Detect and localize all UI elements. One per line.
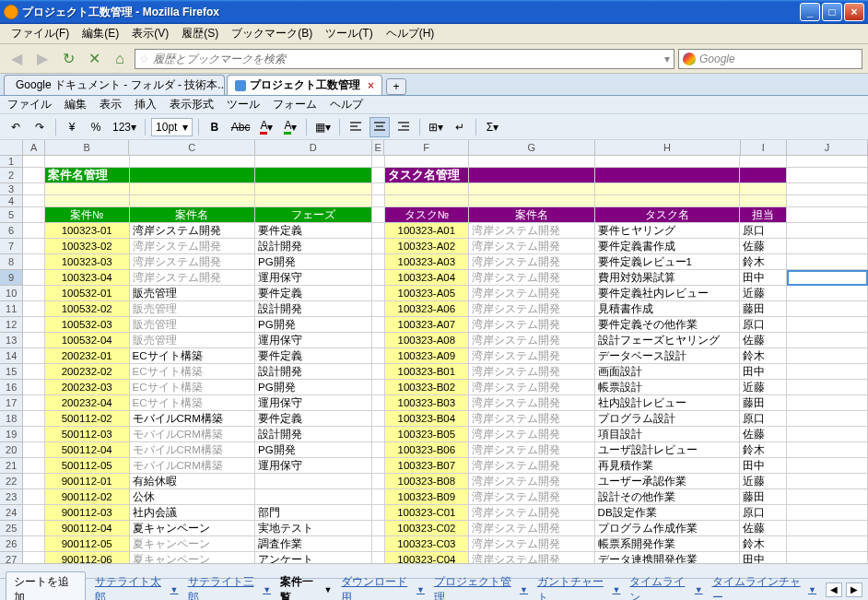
cell[interactable]: [372, 195, 385, 207]
cell[interactable]: [23, 183, 45, 195]
cell[interactable]: [23, 442, 45, 458]
cell[interactable]: 販売管理: [130, 317, 255, 333]
cell[interactable]: 100323-B05: [385, 427, 470, 442]
cell[interactable]: 夏キャンペーン: [130, 521, 255, 536]
cell[interactable]: 100323-C01: [385, 505, 470, 521]
row-header[interactable]: 10: [0, 286, 23, 301]
cell[interactable]: 要件定義: [255, 286, 372, 301]
row-header[interactable]: 2: [0, 168, 23, 183]
cell[interactable]: 要件定義書作成: [595, 239, 741, 254]
cell[interactable]: [372, 395, 385, 411]
cell[interactable]: [787, 348, 868, 364]
cell[interactable]: 鈴木: [740, 348, 787, 364]
cell[interactable]: [23, 239, 45, 254]
chevron-down-icon[interactable]: ▼: [263, 585, 271, 594]
cell[interactable]: 実地テスト: [255, 521, 372, 536]
cell[interactable]: [787, 489, 868, 505]
cell[interactable]: [23, 552, 45, 563]
cell[interactable]: 公休: [130, 489, 255, 505]
cell[interactable]: 900112-06: [45, 552, 130, 563]
cell[interactable]: [372, 270, 385, 286]
cell[interactable]: 販売管理: [130, 333, 255, 348]
row-header[interactable]: 11: [0, 301, 23, 317]
cell[interactable]: 100323-A01: [385, 223, 470, 239]
cell[interactable]: 田中: [740, 552, 787, 563]
cell[interactable]: [372, 317, 385, 333]
cell[interactable]: [787, 239, 868, 254]
cell[interactable]: 900112-03: [45, 505, 130, 521]
cell[interactable]: DB設定作業: [595, 505, 741, 521]
cell[interactable]: [787, 301, 868, 317]
cell[interactable]: [23, 458, 45, 474]
cell[interactable]: 湾岸システム開発: [130, 239, 255, 254]
cell[interactable]: 鈴木: [740, 254, 787, 270]
cell[interactable]: 100323-C02: [385, 521, 470, 536]
cell[interactable]: [787, 411, 868, 427]
gdocs-menu-item[interactable]: 挿入: [135, 97, 157, 112]
cell[interactable]: 100323-A08: [385, 333, 470, 348]
text-color-button[interactable]: A▾: [256, 117, 276, 137]
cell[interactable]: 運用保守: [255, 270, 372, 286]
chevron-down-icon[interactable]: ▼: [808, 585, 816, 594]
cell[interactable]: [255, 474, 372, 489]
dropdown-icon[interactable]: ▾: [664, 53, 670, 65]
cell[interactable]: 湾岸システム開発: [469, 536, 594, 552]
nav-home-button[interactable]: ⌂: [109, 48, 131, 70]
cell[interactable]: 原口: [740, 505, 787, 521]
cell[interactable]: 設計フェーズヒヤリング: [595, 333, 741, 348]
window-minimize-button[interactable]: _: [800, 3, 820, 21]
row-header[interactable]: 13: [0, 333, 23, 348]
cell[interactable]: 湾岸システム開発: [469, 317, 594, 333]
cell[interactable]: [787, 207, 868, 223]
cell[interactable]: [372, 183, 385, 195]
cell[interactable]: 藤田: [740, 489, 787, 505]
row-header[interactable]: 12: [0, 317, 23, 333]
browser-menu-item[interactable]: 表示(V): [126, 24, 174, 43]
cell[interactable]: [787, 364, 868, 380]
cell[interactable]: タスク№: [385, 207, 470, 223]
cell[interactable]: 100323-B03: [385, 395, 470, 411]
cell[interactable]: 湾岸システム開発: [469, 505, 594, 521]
browser-menu-item[interactable]: ヘルプ(H): [381, 24, 440, 43]
cell[interactable]: [45, 156, 130, 168]
cell[interactable]: [740, 168, 787, 183]
cell[interactable]: [23, 168, 45, 183]
gdocs-menu-item[interactable]: フォーム: [273, 97, 317, 112]
cell[interactable]: [255, 195, 372, 207]
cell[interactable]: 要件定義社内レビュー: [595, 286, 741, 301]
cell[interactable]: 湾岸システム開発: [469, 286, 594, 301]
cell[interactable]: [23, 380, 45, 395]
cell[interactable]: [595, 168, 741, 183]
borders-button[interactable]: ▦▾: [312, 117, 334, 137]
cell[interactable]: 200232-01: [45, 348, 130, 364]
cell[interactable]: 佐藤: [740, 333, 787, 348]
cell[interactable]: [130, 195, 255, 207]
sheet-tab[interactable]: ガントチャート▼: [537, 574, 621, 601]
cell[interactable]: [23, 505, 45, 521]
column-header[interactable]: J: [787, 140, 868, 155]
cell[interactable]: 湾岸システム開発: [469, 521, 594, 536]
sheet-scroll-left-button[interactable]: ◀: [826, 582, 842, 597]
cell[interactable]: [372, 207, 385, 223]
cell[interactable]: 100323-A07: [385, 317, 470, 333]
cell[interactable]: [130, 156, 255, 168]
row-header[interactable]: 17: [0, 395, 23, 411]
window-close-button[interactable]: ×: [844, 3, 864, 21]
cell[interactable]: [469, 168, 594, 183]
cell[interactable]: [372, 521, 385, 536]
nav-back-button[interactable]: ◀: [6, 48, 28, 70]
cell[interactable]: 湾岸システム開発: [469, 301, 594, 317]
cell[interactable]: 100323-C04: [385, 552, 470, 563]
sheet-tab[interactable]: タイムライン▼: [629, 574, 702, 601]
cell[interactable]: 帳票設計: [595, 380, 741, 395]
cell[interactable]: PG開発: [255, 254, 372, 270]
cell[interactable]: 湾岸システム開発: [469, 427, 594, 442]
sheet-tab[interactable]: タイムラインチャー▼: [712, 574, 816, 601]
url-input[interactable]: [153, 53, 661, 65]
cell[interactable]: 200232-02: [45, 364, 130, 380]
cell[interactable]: 900112-01: [45, 474, 130, 489]
cell[interactable]: 100323-A02: [385, 239, 470, 254]
cell[interactable]: 近藤: [740, 474, 787, 489]
column-header[interactable]: F: [384, 140, 469, 155]
cell[interactable]: 湾岸システム開発: [469, 348, 594, 364]
